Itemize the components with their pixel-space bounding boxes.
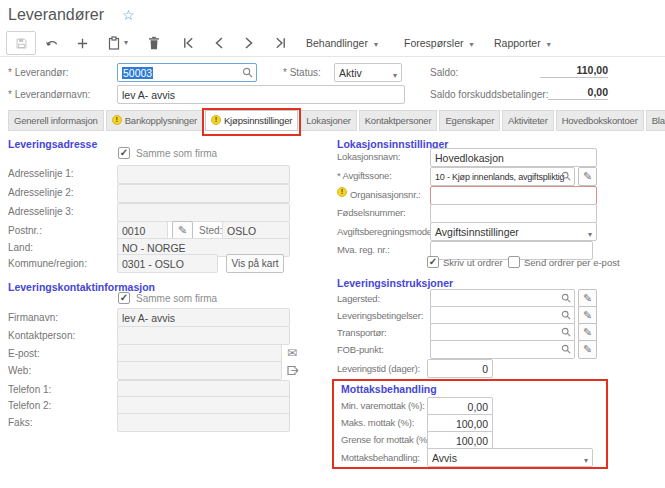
tab-lokasjoner[interactable]: Lokasjoner — [300, 110, 356, 131]
lookup-icon[interactable] — [561, 344, 571, 354]
avgiftssone-field[interactable]: 10 - Kjøp innenlands, avgiftspliktig — [430, 167, 575, 186]
pencil-icon: ✎ — [583, 292, 592, 304]
avgiftssone-edit-button[interactable]: ✎ — [578, 167, 597, 186]
firmanavn-field[interactable]: lev A- avvis — [117, 308, 290, 327]
lookup-icon[interactable] — [561, 171, 571, 181]
tab-hovedbokskontoer[interactable]: Hovedbokskontoer — [556, 110, 644, 131]
avgiftsmodell-label: Avgiftsberegningsmodell: — [337, 226, 438, 237]
menu-foresporsler-label: Forespørsler — [404, 37, 464, 49]
lookup-icon[interactable] — [561, 293, 571, 303]
address2-label: Adresselinje 2: — [8, 187, 74, 198]
tab-kjopsinnstillinger[interactable]: !Kjøpsinnstillinger — [205, 110, 298, 131]
toolbar: ▾ Behandlinger▾ Forespørsler▾ Rapporter▾ — [0, 30, 665, 57]
leveringstid-label: Leveringstid (dager): — [337, 363, 420, 374]
avgiftsmodell-select[interactable]: Avgiftsinnstillinger ▾ — [430, 222, 597, 241]
section-leveringsinstruksjoner: Leveringsinstruksjoner — [337, 277, 453, 289]
contact-same-as-company-label: Samme som firma — [136, 293, 217, 304]
copy-paste-caret-icon[interactable]: ▾ — [124, 38, 128, 47]
fob-edit-button[interactable]: ✎ — [578, 340, 597, 359]
check-icon: ✓ — [119, 148, 129, 158]
warning-icon: ! — [112, 115, 122, 125]
fob-field[interactable] — [430, 340, 575, 359]
land-label: Land: — [8, 242, 33, 253]
tab-kontaktpersoner[interactable]: Kontaktpersoner — [359, 110, 438, 131]
tab-bar: Generell informasjon !Bankopplysninger !… — [8, 110, 665, 131]
warning-icon: ! — [211, 115, 221, 125]
tab-aktiviteter[interactable]: Aktiviteter — [502, 110, 554, 131]
postnr-label: Postnr.: — [8, 225, 42, 236]
save-button[interactable] — [6, 31, 36, 55]
sted-value: OSLO — [227, 225, 256, 237]
menu-foresporsler[interactable]: Forespørsler▾ — [404, 37, 474, 49]
lokasjonsnavn-label: Lokasjonsnavn: — [337, 151, 400, 162]
contact-same-as-company-checkbox[interactable]: ✓ — [118, 292, 130, 304]
maks-mottak-label: Maks. mottak (%): — [341, 417, 414, 428]
tab-label: Egenskaper — [445, 115, 494, 126]
tab-label: Lokasjoner — [306, 115, 350, 126]
send-ordrer-checkbox[interactable] — [508, 256, 520, 268]
saldo-value: 110,00 — [540, 64, 608, 78]
leveringstid-field[interactable]: 0 — [427, 359, 493, 378]
lookup-icon[interactable] — [242, 67, 253, 78]
first-record-button[interactable] — [182, 37, 195, 49]
prev-record-button[interactable] — [214, 37, 224, 49]
kontaktperson-field[interactable] — [117, 326, 290, 345]
vendor-name-label: * Leverandørnavn: — [8, 89, 90, 100]
vendor-name-field[interactable]: lev A- avvis — [117, 85, 405, 104]
status-value: Aktiv — [339, 67, 362, 79]
menu-rapporter[interactable]: Rapporter▾ — [494, 37, 551, 49]
pencil-icon: ✎ — [583, 309, 592, 321]
next-record-button[interactable] — [244, 37, 254, 49]
status-select[interactable]: Aktiv ▾ — [334, 63, 402, 82]
mottaksbehandling-value: Avvis — [432, 452, 457, 464]
page-title: Leverandører — [8, 6, 104, 24]
same-as-company-checkbox[interactable]: ✓ — [118, 147, 130, 159]
envelope-icon[interactable]: ✉ — [287, 347, 297, 359]
save-icon — [15, 37, 28, 50]
tab-label: Generell informasjon — [14, 115, 98, 126]
check-icon: ✓ — [119, 293, 129, 303]
copy-paste-button[interactable] — [108, 36, 120, 50]
lookup-icon[interactable] — [561, 327, 571, 337]
address3-field[interactable] — [117, 203, 290, 222]
pencil-icon: ✎ — [583, 343, 592, 355]
min-varemottak-value: 0,00 — [468, 401, 488, 413]
chevron-right-icon — [244, 37, 254, 49]
menu-behandlinger-label: Behandlinger — [306, 37, 368, 49]
address1-field[interactable] — [117, 165, 290, 184]
pencil-icon: ✎ — [583, 326, 592, 338]
saldo-forskudd-value: 0,00 — [548, 86, 608, 100]
chevron-down-icon: ▾ — [588, 227, 592, 241]
kommune-field[interactable]: 0301 - OSLO — [117, 254, 218, 273]
mottaksbehandling-select[interactable]: Avvis ▾ — [427, 448, 593, 467]
vendor-id-label: * Leverandør: — [8, 67, 69, 78]
tab-blankettstyring[interactable]: Blankettstyring — [646, 110, 665, 131]
delete-button[interactable] — [148, 36, 160, 50]
skriv-ut-ordrer-label: Skriv ut ordrer — [443, 257, 503, 268]
favorite-star-icon[interactable]: ☆ — [122, 7, 135, 23]
tab-label: Hovedbokskontoer — [562, 115, 638, 126]
vis-pa-kart-button[interactable]: Vis på kart — [226, 254, 284, 273]
skriv-ut-ordrer-checkbox[interactable]: ✓ — [427, 256, 439, 268]
tab-generell-informasjon[interactable]: Generell informasjon — [8, 110, 104, 131]
external-link-icon[interactable] — [287, 365, 299, 376]
lokasjonsnavn-field[interactable]: Hovedlokasjon — [430, 148, 597, 167]
chevron-down-icon: ▾ — [584, 453, 588, 467]
tab-bankopplysninger[interactable]: !Bankopplysninger — [106, 110, 203, 131]
lookup-icon[interactable] — [561, 310, 571, 320]
address2-field[interactable] — [117, 184, 290, 203]
organisasjonsnr-field[interactable] — [430, 186, 597, 205]
firmanavn-label: Firmanavn: — [8, 312, 58, 323]
tab-egenskaper[interactable]: Egenskaper — [439, 110, 500, 131]
faks-field[interactable] — [117, 413, 290, 432]
tab-label: Kontaktpersoner — [365, 115, 432, 126]
vendor-id-field[interactable]: 50003 — [117, 63, 257, 82]
undo-button[interactable] — [45, 38, 59, 49]
menu-behandlinger[interactable]: Behandlinger▾ — [306, 37, 378, 49]
fodselsnummer-field[interactable] — [430, 204, 597, 223]
last-record-button[interactable] — [274, 37, 287, 49]
tab-label: Kjøpsinnstillinger — [224, 115, 292, 126]
web-field[interactable] — [117, 361, 282, 380]
add-button[interactable] — [76, 37, 89, 50]
check-icon: ✓ — [428, 257, 438, 267]
